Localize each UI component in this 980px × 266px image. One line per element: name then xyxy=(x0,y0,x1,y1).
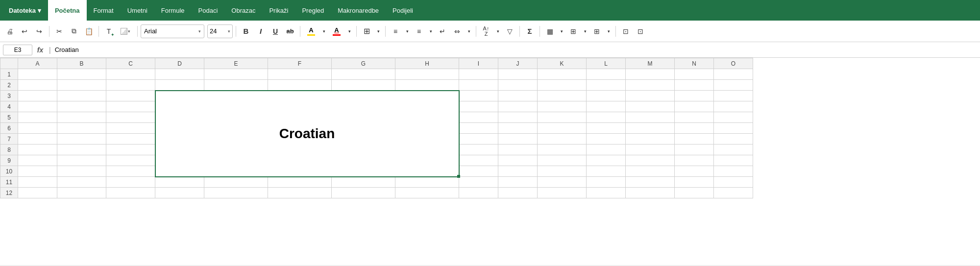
cell-N6[interactable] xyxy=(675,123,714,134)
cell-I8[interactable] xyxy=(459,145,498,155)
cell-A10[interactable] xyxy=(18,166,57,177)
cut-button[interactable]: ✂ xyxy=(52,24,66,38)
undo-button[interactable]: ↩ xyxy=(18,24,31,38)
cell-G12[interactable] xyxy=(332,188,395,198)
cell-M8[interactable] xyxy=(626,145,675,155)
cell-O12[interactable] xyxy=(714,188,753,198)
cell-M3[interactable] xyxy=(626,91,675,101)
corner-header[interactable] xyxy=(0,58,18,69)
cell-O6[interactable] xyxy=(714,123,753,134)
cell-A8[interactable] xyxy=(18,145,57,155)
cell-B12[interactable] xyxy=(57,188,106,198)
cell-O5[interactable] xyxy=(714,112,753,123)
col-header-M[interactable]: M xyxy=(626,58,675,69)
align-left-button[interactable]: ≡ xyxy=(389,24,402,38)
highlight-color-button[interactable]: A xyxy=(303,24,319,38)
cell-D3[interactable]: Croatian xyxy=(155,91,459,177)
paste-button[interactable]: 📋 xyxy=(82,24,96,38)
menu-item-formule[interactable]: Formule xyxy=(154,0,192,21)
cell-K9[interactable] xyxy=(538,155,587,166)
cell-A3[interactable] xyxy=(18,91,57,101)
cell-E11[interactable] xyxy=(204,177,268,188)
cell-C4[interactable] xyxy=(106,101,155,112)
cell-H1[interactable] xyxy=(395,69,459,80)
cell-M12[interactable] xyxy=(626,188,675,198)
bold-button[interactable]: B xyxy=(239,24,253,38)
cell-M11[interactable] xyxy=(626,177,675,188)
col-header-A[interactable]: A xyxy=(18,58,57,69)
cell-L7[interactable] xyxy=(587,134,626,145)
sort-dropdown-button[interactable]: ▾ xyxy=(494,24,502,38)
cell-B3[interactable] xyxy=(57,91,106,101)
cell-O8[interactable] xyxy=(714,145,753,155)
cell-B9[interactable] xyxy=(57,155,106,166)
cell-F11[interactable] xyxy=(268,177,332,188)
menu-item-makronaredbe[interactable]: Makronaredbe xyxy=(331,0,386,21)
expand-button[interactable]: ⊡ xyxy=(634,24,647,38)
font-color-dropdown-button[interactable]: ▾ xyxy=(345,24,353,38)
menu-item-obrazac[interactable]: Obrazac xyxy=(224,0,262,21)
cell-G1[interactable] xyxy=(332,69,395,80)
cell-L9[interactable] xyxy=(587,155,626,166)
align-top-button[interactable]: ≡ xyxy=(412,24,426,38)
cell-N2[interactable] xyxy=(675,80,714,91)
table-button[interactable]: ⊞ xyxy=(566,24,580,38)
cell-G2[interactable] xyxy=(332,80,395,91)
cell-K10[interactable] xyxy=(538,166,587,177)
cell-K12[interactable] xyxy=(538,188,587,198)
cell-N8[interactable] xyxy=(675,145,714,155)
cell-F2[interactable] xyxy=(268,80,332,91)
merge-dropdown-button[interactable]: ▾ xyxy=(465,24,473,38)
cell-E1[interactable] xyxy=(204,69,268,80)
cell-M10[interactable] xyxy=(626,166,675,177)
cell-M9[interactable] xyxy=(626,155,675,166)
cell-O9[interactable] xyxy=(714,155,753,166)
cell-N4[interactable] xyxy=(675,101,714,112)
sort-button[interactable]: A↑Z xyxy=(479,24,493,38)
cell-H2[interactable] xyxy=(395,80,459,91)
cell-K2[interactable] xyxy=(538,80,587,91)
print-button[interactable]: 🖨 xyxy=(3,24,17,38)
cell-A2[interactable] xyxy=(18,80,57,91)
cell-C8[interactable] xyxy=(106,145,155,155)
cell-N7[interactable] xyxy=(675,134,714,145)
file-menu-button[interactable]: Datoteka ▾ xyxy=(2,3,48,18)
cell-K8[interactable] xyxy=(538,145,587,155)
cell-A5[interactable] xyxy=(18,112,57,123)
cell-B7[interactable] xyxy=(57,134,106,145)
redo-button[interactable]: ↪ xyxy=(32,24,46,38)
cell-D2[interactable] xyxy=(155,80,204,91)
cell-B2[interactable] xyxy=(57,80,106,91)
cell-M7[interactable] xyxy=(626,134,675,145)
col-header-C[interactable]: C xyxy=(106,58,155,69)
cell-A6[interactable] xyxy=(18,123,57,134)
cell-N9[interactable] xyxy=(675,155,714,166)
cell-I6[interactable] xyxy=(459,123,498,134)
cell-J6[interactable] xyxy=(498,123,538,134)
col-header-O[interactable]: O xyxy=(714,58,753,69)
underline-button[interactable]: U xyxy=(269,24,282,38)
cell-M2[interactable] xyxy=(626,80,675,91)
align-top-dropdown-button[interactable]: ▾ xyxy=(427,24,435,38)
cell-I11[interactable] xyxy=(459,177,498,188)
font-size-selector[interactable]: 24 ▾ xyxy=(207,24,233,38)
cell-B6[interactable] xyxy=(57,123,106,134)
menu-item-podijeli[interactable]: Podijeli xyxy=(386,0,420,21)
chart-button[interactable]: ⊞ xyxy=(590,24,604,38)
cell-L5[interactable] xyxy=(587,112,626,123)
cell-N3[interactable] xyxy=(675,91,714,101)
cell-A1[interactable] xyxy=(18,69,57,80)
cell-ref-input[interactable] xyxy=(3,45,32,55)
cell-K1[interactable] xyxy=(538,69,587,80)
italic-button[interactable]: I xyxy=(254,24,268,38)
format-painter-button[interactable]: T ✦ xyxy=(102,24,116,38)
cell-E12[interactable] xyxy=(204,188,268,198)
formula-input[interactable] xyxy=(55,46,977,53)
col-header-L[interactable]: L xyxy=(587,58,626,69)
col-header-J[interactable]: J xyxy=(498,58,538,69)
cell-M1[interactable] xyxy=(626,69,675,80)
cell-L10[interactable] xyxy=(587,166,626,177)
cell-D1[interactable] xyxy=(155,69,204,80)
cell-D12[interactable] xyxy=(155,188,204,198)
col-header-F[interactable]: F xyxy=(268,58,332,69)
